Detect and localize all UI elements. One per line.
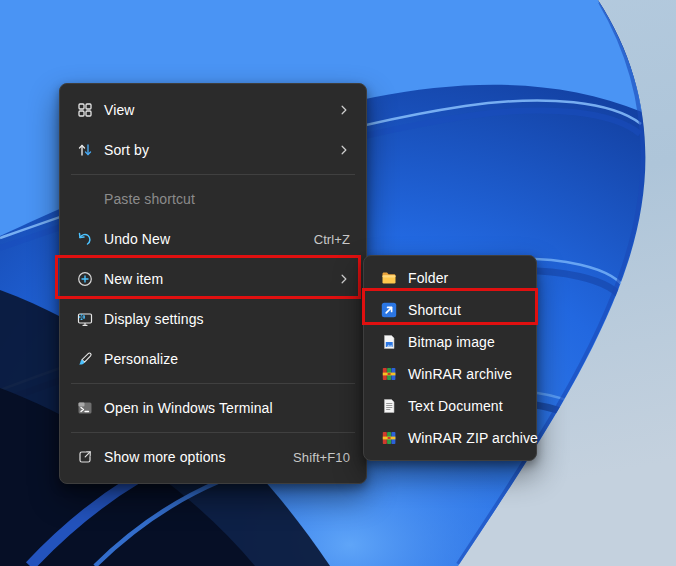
menu-item-label: Open in Windows Terminal <box>104 400 273 416</box>
keyboard-shortcut-hint: Ctrl+Z <box>314 232 350 247</box>
folder-icon <box>380 270 397 286</box>
menu-item-display-settings[interactable]: Display settings <box>65 299 361 339</box>
chevron-right-icon <box>338 104 350 116</box>
windows-terminal-icon <box>76 400 93 416</box>
menu-item-new-item[interactable]: New item <box>65 259 361 299</box>
menu-item-label: Display settings <box>104 311 204 327</box>
menu-item-shortcut[interactable]: Shortcut <box>369 294 531 326</box>
personalize-brush-icon <box>76 351 93 367</box>
show-more-options-icon <box>76 449 93 465</box>
menu-item-label: View <box>104 102 135 118</box>
menu-item-show-more-options[interactable]: Show more optionsShift+F10 <box>65 437 361 477</box>
winrar-archive-icon <box>380 366 397 382</box>
display-settings-icon <box>76 311 93 327</box>
text-document-icon <box>380 398 397 414</box>
menu-item-label: Bitmap image <box>408 334 495 350</box>
new-item-submenu: FolderShortcutBitmap imageWinRAR archive… <box>363 255 537 461</box>
shortcut-arrow-icon <box>380 302 397 318</box>
view-grid-icon <box>76 102 93 118</box>
menu-item-label: Sort by <box>104 142 149 158</box>
menu-item-sort-by[interactable]: Sort by <box>65 130 361 170</box>
menu-item-winrar-zip-archive[interactable]: WinRAR ZIP archive <box>369 422 531 454</box>
menu-item-label: Undo New <box>104 231 170 247</box>
keyboard-shortcut-hint: Shift+F10 <box>293 450 350 465</box>
menu-item-winrar-archive[interactable]: WinRAR archive <box>369 358 531 390</box>
menu-item-bitmap-image[interactable]: Bitmap image <box>369 326 531 358</box>
bitmap-image-icon <box>380 334 397 350</box>
menu-item-folder[interactable]: Folder <box>369 262 531 294</box>
chevron-right-icon <box>338 273 350 285</box>
menu-item-label: Show more options <box>104 449 226 465</box>
menu-item-label: Shortcut <box>408 302 461 318</box>
menu-item-label: Folder <box>408 270 448 286</box>
menu-item-label: Text Document <box>408 398 503 414</box>
menu-item-label: Paste shortcut <box>104 191 195 207</box>
desktop: ViewSort byPaste shortcutUndo NewCtrl+ZN… <box>0 0 676 566</box>
menu-item-text-document[interactable]: Text Document <box>369 390 531 422</box>
menu-item-personalize[interactable]: Personalize <box>65 339 361 379</box>
undo-icon <box>76 231 93 247</box>
menu-item-label: WinRAR ZIP archive <box>408 430 538 446</box>
winrar-zip-archive-icon <box>380 430 397 446</box>
menu-item-label: WinRAR archive <box>408 366 512 382</box>
menu-item-view[interactable]: View <box>65 90 361 130</box>
new-item-plus-icon <box>76 271 93 287</box>
menu-item-label: New item <box>104 271 163 287</box>
menu-separator <box>71 432 355 433</box>
empty-icon-slot <box>76 191 93 207</box>
desktop-context-menu: ViewSort byPaste shortcutUndo NewCtrl+ZN… <box>59 83 367 484</box>
menu-item-open-in-windows-terminal[interactable]: Open in Windows Terminal <box>65 388 361 428</box>
menu-item-undo-new[interactable]: Undo NewCtrl+Z <box>65 219 361 259</box>
menu-separator <box>71 383 355 384</box>
menu-item-paste-shortcut: Paste shortcut <box>65 179 361 219</box>
sort-arrows-icon <box>76 142 93 158</box>
menu-separator <box>71 174 355 175</box>
menu-item-label: Personalize <box>104 351 178 367</box>
chevron-right-icon <box>338 144 350 156</box>
